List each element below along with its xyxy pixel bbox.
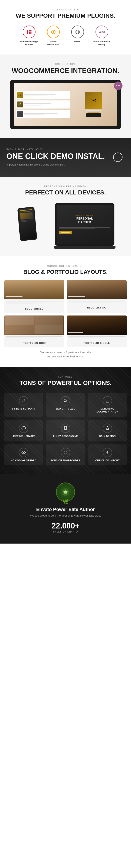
demo-arrow-icon: ↓ [113, 153, 123, 162]
tablet-text-2 [59, 228, 95, 229]
portfolio-grid-body [4, 335, 64, 340]
tablet-divider [59, 226, 68, 226]
demo-bg-pattern [0, 137, 131, 177]
blog-single-overlay [4, 280, 64, 299]
blog-single-line3 [6, 303, 34, 304]
ps-body-line2 [68, 337, 105, 338]
plugin-label-wpml: WPML [74, 40, 81, 43]
woo-list-item-3: 🪮 [16, 110, 70, 118]
tablet-brand: ORIGINAL BARBER [59, 215, 110, 216]
blog-single-body [4, 299, 64, 305]
portfolio-grid-img [4, 315, 64, 335]
woo-product-price-line-3 [24, 114, 44, 115]
devices-section: RESPONSIVE & RETINA READY PERFECT ON ALL… [0, 177, 131, 256]
portfolio-grid-tiles [4, 315, 64, 335]
woo-product-price-line-2 [24, 105, 42, 105]
svg-rect-4 [30, 32, 31, 34]
envato-count: 22.000+ [4, 521, 127, 530]
bst-line1 [5, 297, 23, 297]
svg-rect-1 [29, 30, 30, 31]
woo-product-name-line [24, 94, 56, 95]
devices-overline: RESPONSIVE & RETINA READY [4, 185, 127, 188]
plugin-icon-elementor [23, 26, 35, 38]
woo-product-thumb-3: 🪮 [17, 111, 23, 117]
phone-screen [19, 208, 36, 240]
tablet-content: ORIGINAL BARBER PERSONALBARBER [57, 205, 113, 244]
plugin-icon-wpml [71, 26, 84, 38]
plugin-slider: Slider Revolution [44, 26, 63, 46]
blog-listing-img [67, 280, 127, 299]
portfolio-single-body [67, 335, 127, 340]
tablet-title: PERSONALBARBER [59, 217, 110, 224]
woo-screen-content: ✂ 🪒 🪮 [13, 83, 118, 126]
devices-heading: PERFECT ON ALL DEVICES. [4, 189, 127, 196]
blog-desc-line1: Discover your projects & posts in unique… [4, 351, 127, 359]
pg-tile-1 [5, 316, 34, 325]
phone-line-1 [20, 209, 32, 211]
woo-heading: WOOCOMMERCE INTEGRATION. [4, 67, 127, 74]
envato-badge: 🌿 [56, 483, 75, 502]
blog-single-text-block [5, 297, 23, 298]
plugin-wpml: WPML [68, 26, 87, 46]
svg-rect-0 [27, 30, 28, 34]
envato-section: 🌿 Envato Power Elite Author We are proud… [0, 474, 131, 544]
plugins-grid: Elementor Page Builder Slider Revolution [6, 26, 125, 46]
woo-product-info-2 [24, 103, 69, 105]
plugins-overline: FULLY COMPATIBLE [6, 8, 125, 11]
svg-rect-3 [30, 30, 31, 31]
blog-card-portfolio-grid: PORTFOLIO GRID [4, 315, 64, 347]
svg-point-6 [53, 31, 54, 33]
tablet-keyboard [54, 246, 116, 249]
bst-line2 [5, 298, 18, 298]
woo-product-name-line-2 [24, 103, 51, 104]
blog-cards-grid: BLOG SINGLE BLOG LISTING [4, 280, 127, 347]
elementor-icon [26, 29, 32, 35]
blog-section: UNIQUE COLLECTIONS OF BLOG & PORTFOLIO L… [0, 256, 131, 367]
phone-line-2 [20, 211, 30, 213]
phone-line-4 [21, 221, 30, 222]
woo-detail-name [86, 110, 101, 111]
blog-card-listing: BLOG LISTING [67, 280, 127, 313]
plugin-woocommerce: Woo WooCommerce Ready [92, 26, 111, 46]
woo-product-name-line-3 [24, 113, 58, 114]
plugin-elementor: Elementor Page Builder [20, 26, 39, 46]
blog-listing-line2 [68, 302, 114, 303]
woocommerce-section: ONLINE STORE WOOCOMMERCE INTEGRATION. ✂ … [0, 55, 131, 137]
pg-tile-2 [34, 316, 63, 325]
blt-line1 [68, 297, 85, 297]
pg-tile-4 [34, 325, 63, 334]
plugins-section: FULLY COMPATIBLE WE SUPPORT PREMIUM PLUG… [0, 0, 131, 55]
woo-product-thumb-1: ✂ [17, 92, 23, 98]
blog-single-label: BLOG SINGLE [4, 307, 64, 310]
woo-badge: Woo [114, 82, 123, 90]
plugin-label-elementor: Elementor Page Builder [20, 40, 39, 46]
envato-count-label: Sales on Envato [4, 530, 127, 533]
devices-mockup: ORIGINAL BARBER PERSONALBARBER [12, 201, 119, 248]
portfolio-single-img [67, 315, 127, 335]
portfolio-single-overlay [67, 315, 127, 335]
tablet-text-1 [59, 227, 110, 228]
pg-line2 [6, 337, 40, 338]
device-tablet: ORIGINAL BARBER PERSONALBARBER [55, 203, 114, 246]
blog-heading: BLOG & PORTFOLIO LAYOUTS. [4, 269, 127, 275]
plugin-icon-woo: Woo [96, 26, 108, 38]
woo-detail-price [88, 112, 99, 113]
woo-list-item-1: ✂ [16, 91, 70, 99]
tablet-cta [59, 230, 72, 234]
wpml-icon [75, 29, 80, 35]
blog-desc-text-1: Discover your projects & posts in unique… [39, 351, 91, 354]
device-phone [17, 207, 37, 241]
blog-listing-body [67, 299, 127, 304]
plugin-label-slider: Slider Revolution [44, 40, 63, 46]
envato-heading: Envato Power Elite Author [4, 507, 127, 512]
woo-product-detail: ✂ [72, 92, 115, 117]
blog-listing-text-block [68, 297, 85, 298]
phone-hero [20, 212, 33, 220]
pg-tile-3 [5, 325, 34, 334]
blog-listing-line1 [68, 301, 125, 302]
demo-section: EASY & FAST INSTALATION ONE CLICK DEMO I… [0, 137, 131, 177]
woo-add-to-cart-btn [86, 114, 101, 117]
phone-line-3 [21, 220, 33, 221]
blog-overline: UNIQUE COLLECTIONS OF [4, 265, 127, 267]
woo-text-icon: Woo [99, 30, 105, 34]
